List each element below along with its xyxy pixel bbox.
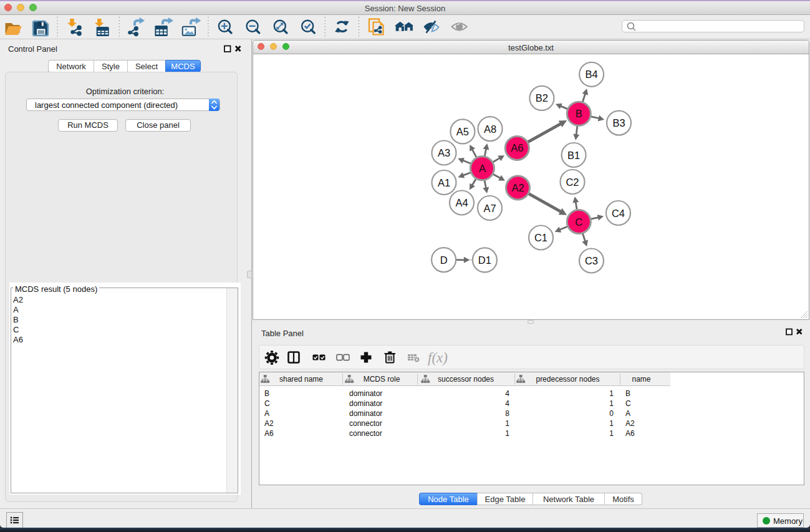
- svg-text:B3: B3: [612, 117, 625, 128]
- svg-text:C2: C2: [566, 177, 579, 188]
- svg-text:A5: A5: [456, 126, 469, 137]
- svg-text:A: A: [479, 163, 486, 174]
- svg-text:A7: A7: [483, 203, 496, 214]
- svg-text:B1: B1: [567, 150, 580, 161]
- svg-text:A4: A4: [455, 197, 468, 208]
- svg-text:D: D: [440, 254, 448, 266]
- svg-text:B2: B2: [536, 92, 548, 104]
- svg-text:C1: C1: [534, 232, 547, 243]
- svg-text:f(x): f(x): [428, 350, 448, 365]
- svg-text:A6: A6: [511, 142, 523, 153]
- svg-text:A1: A1: [438, 177, 450, 188]
- svg-text:C: C: [575, 216, 582, 228]
- svg-text:A3: A3: [438, 147, 450, 158]
- svg-text:B4: B4: [586, 69, 598, 80]
- svg-text:C3: C3: [585, 255, 598, 266]
- svg-text:C4: C4: [612, 208, 625, 219]
- svg-text:A2: A2: [511, 182, 524, 193]
- svg-text:D1: D1: [478, 254, 491, 266]
- svg-text:A8: A8: [484, 123, 496, 135]
- svg-text:B: B: [576, 108, 582, 119]
